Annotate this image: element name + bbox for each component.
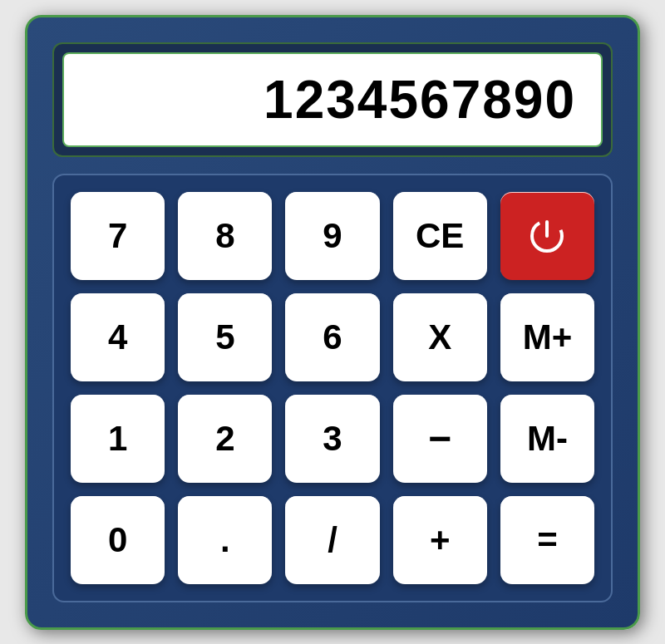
- button-row-4: 0 . / + =: [71, 496, 594, 584]
- btn-power[interactable]: [500, 192, 594, 280]
- btn-9[interactable]: 9: [285, 192, 379, 280]
- btn-3[interactable]: 3: [285, 395, 379, 483]
- btn-ce[interactable]: CE: [393, 192, 487, 280]
- btn-divide[interactable]: /: [285, 496, 379, 584]
- button-row-3: 1 2 3 − M-: [71, 395, 594, 483]
- btn-6[interactable]: 6: [285, 293, 379, 381]
- btn-plus[interactable]: +: [393, 496, 487, 584]
- calculator: 1234567890 7 8 9 CE 4 5 6 X M+: [25, 15, 640, 630]
- btn-1[interactable]: 1: [71, 395, 165, 483]
- display-screen: 1234567890: [62, 52, 603, 147]
- btn-minus[interactable]: −: [393, 395, 487, 483]
- buttons-container: 7 8 9 CE 4 5 6 X M+ 1 2 3 − M-: [52, 174, 613, 602]
- btn-4[interactable]: 4: [71, 293, 165, 381]
- btn-equals[interactable]: =: [500, 496, 594, 584]
- btn-multiply[interactable]: X: [393, 293, 487, 381]
- btn-dot[interactable]: .: [178, 496, 272, 584]
- button-row-1: 7 8 9 CE: [71, 192, 594, 280]
- display-container: 1234567890: [52, 42, 613, 157]
- btn-5[interactable]: 5: [178, 293, 272, 381]
- power-icon: [526, 215, 568, 257]
- btn-8[interactable]: 8: [178, 192, 272, 280]
- btn-0[interactable]: 0: [71, 496, 165, 584]
- btn-7[interactable]: 7: [71, 192, 165, 280]
- button-row-2: 4 5 6 X M+: [71, 293, 594, 381]
- display-value: 1234567890: [264, 69, 576, 130]
- btn-mplus[interactable]: M+: [500, 293, 594, 381]
- btn-2[interactable]: 2: [178, 395, 272, 483]
- btn-mminus[interactable]: M-: [500, 395, 594, 483]
